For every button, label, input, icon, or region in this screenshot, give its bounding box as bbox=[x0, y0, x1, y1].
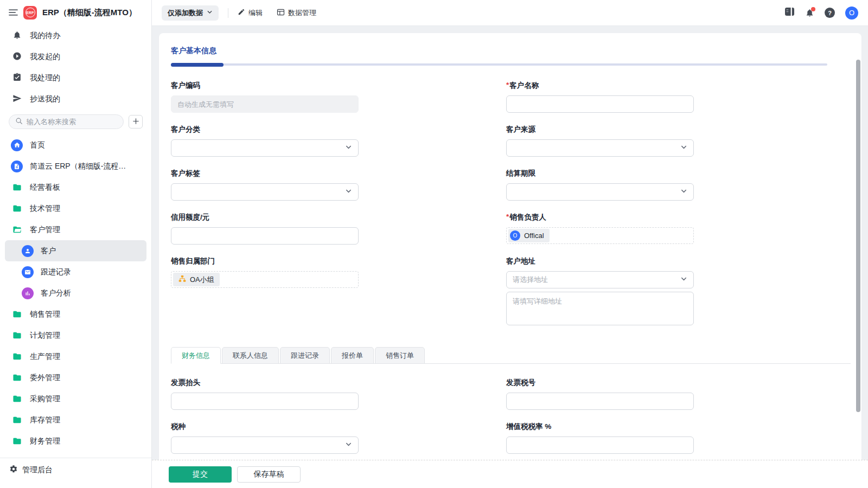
app-logo: ERP bbox=[23, 6, 37, 20]
sales-department-picker[interactable]: OA小组 bbox=[171, 271, 359, 288]
tab-quotations[interactable]: 报价单 bbox=[331, 347, 374, 364]
field-customer-address: 客户地址 请选择地址 bbox=[506, 256, 694, 325]
data-management-button[interactable]: 数据管理 bbox=[277, 8, 316, 18]
customer-tag-select[interactable] bbox=[171, 183, 359, 201]
sidebar-item-customer-analysis[interactable]: 客户分析 bbox=[0, 282, 151, 304]
sidebar-item-jdy-erp[interactable]: 简道云 ERP（精细版-流程MT... bbox=[0, 156, 151, 177]
mail-icon bbox=[22, 266, 34, 278]
chevron-down-icon bbox=[680, 144, 687, 152]
invoice-title-input[interactable] bbox=[171, 393, 359, 410]
sidebar-item-sales-mgmt[interactable]: 销售管理 bbox=[0, 304, 151, 325]
folder-icon bbox=[11, 310, 23, 319]
folder-icon bbox=[11, 331, 23, 340]
address-region-select[interactable]: 请选择地址 bbox=[506, 271, 694, 288]
vertical-scrollbar[interactable] bbox=[856, 60, 860, 412]
submit-button[interactable]: 提交 bbox=[169, 466, 232, 483]
sidebar-item-cc-to-me[interactable]: 抄送我的 bbox=[0, 88, 151, 110]
section-title: 客户基本信息 bbox=[171, 46, 851, 56]
chevron-down-icon bbox=[680, 275, 687, 284]
field-sales-owner: *销售负责人 O Offical bbox=[506, 213, 694, 245]
folder-icon bbox=[11, 183, 23, 192]
tab-followup-records[interactable]: 跟进记录 bbox=[280, 347, 330, 364]
customer-category-select[interactable] bbox=[171, 139, 359, 157]
field-credit-limit: 信用额度/元 bbox=[171, 213, 359, 245]
sidebar-item-production-mgmt[interactable]: 生产管理 bbox=[0, 346, 151, 367]
toggle-panel-icon[interactable] bbox=[784, 7, 795, 18]
folder-icon bbox=[11, 415, 23, 425]
sidebar-item-inventory-mgmt[interactable]: 库存管理 bbox=[0, 409, 151, 431]
field-invoice-tax-no: 发票税号 bbox=[506, 378, 694, 410]
sidebar-item-customer-mgmt[interactable]: 客户管理 bbox=[0, 219, 151, 240]
sidebar-item-outsourcing-mgmt[interactable]: 委外管理 bbox=[0, 367, 151, 388]
mode-dropdown-button[interactable]: 仅添加数据 bbox=[162, 5, 219, 21]
sidebar-item-customer[interactable]: 客户 bbox=[5, 240, 146, 261]
save-draft-button[interactable]: 保存草稿 bbox=[237, 466, 301, 483]
tax-type-select[interactable] bbox=[171, 436, 359, 454]
gear-icon bbox=[9, 465, 18, 475]
customer-name-input[interactable] bbox=[506, 95, 694, 113]
chevron-down-icon bbox=[345, 441, 352, 450]
chevron-down-icon bbox=[680, 188, 687, 196]
address-detail-textarea[interactable] bbox=[506, 292, 694, 325]
main-area: 仅添加数据 编辑 数据管理 ? O bbox=[152, 0, 868, 488]
invoice-tax-no-input[interactable] bbox=[506, 393, 694, 410]
folder-open-icon bbox=[11, 225, 23, 234]
tab-contact-info[interactable]: 联系人信息 bbox=[222, 347, 279, 364]
user-avatar[interactable]: O bbox=[845, 7, 858, 20]
search-input[interactable]: 输入名称来搜索 bbox=[9, 114, 124, 129]
sidebar-item-label: 我发起的 bbox=[30, 52, 60, 62]
folder-icon bbox=[11, 436, 23, 446]
field-customer-name: *客户名称 bbox=[506, 81, 694, 113]
person-icon bbox=[22, 245, 34, 257]
field-invoice-title: 发票抬头 bbox=[171, 378, 359, 410]
toolbar: 仅添加数据 编辑 数据管理 ? O bbox=[152, 0, 868, 26]
sidebar-item-my-todo[interactable]: 我的待办 bbox=[0, 25, 151, 46]
field-settlement-period: 结算期限 bbox=[506, 169, 694, 201]
personal-nav: 我的待办 我发起的 我处理的 抄送我的 bbox=[0, 25, 151, 110]
field-customer-tag: 客户标签 bbox=[171, 169, 359, 201]
finance-grid: 发票抬头 发票税号 税种 增值税 bbox=[171, 378, 851, 454]
sales-owner-picker[interactable]: O Offical bbox=[506, 227, 694, 244]
basic-info-grid: 客户编码 *客户名称 客户分类 bbox=[171, 81, 851, 325]
field-label: 客户地址 bbox=[506, 256, 694, 266]
settlement-period-select[interactable] bbox=[506, 183, 694, 201]
form-card: 客户基本信息 客户编码 *客户名称 客户分类 bbox=[159, 33, 861, 488]
notifications-bell-icon[interactable] bbox=[805, 8, 814, 17]
field-label: 信用额度/元 bbox=[171, 213, 359, 222]
tab-sales-orders[interactable]: 销售订单 bbox=[375, 347, 425, 364]
help-icon[interactable]: ? bbox=[825, 8, 835, 18]
collapse-sidebar-icon[interactable] bbox=[9, 9, 18, 16]
progress-bar-fill bbox=[171, 63, 224, 67]
sidebar-item-plan-mgmt[interactable]: 计划管理 bbox=[0, 325, 151, 346]
field-label: 发票税号 bbox=[506, 378, 694, 388]
credit-limit-input[interactable] bbox=[171, 227, 359, 245]
department-tag[interactable]: OA小组 bbox=[173, 273, 220, 286]
vat-rate-input[interactable] bbox=[506, 436, 694, 454]
tab-finance-info[interactable]: 财务信息 bbox=[171, 347, 221, 364]
sidebar-item-label: 我处理的 bbox=[30, 73, 60, 83]
edit-button[interactable]: 编辑 bbox=[238, 8, 263, 18]
sidebar-item-purchasing-mgmt[interactable]: 采购管理 bbox=[0, 388, 151, 409]
sidebar-item-followup-records[interactable]: 跟进记录 bbox=[0, 261, 151, 282]
toolbar-divider bbox=[228, 8, 228, 18]
sidebar-item-tech-mgmt[interactable]: 技术管理 bbox=[0, 198, 151, 219]
customer-source-select[interactable] bbox=[506, 139, 694, 157]
admin-backend-label: 管理后台 bbox=[22, 465, 53, 475]
chevron-down-icon bbox=[345, 144, 352, 152]
admin-backend-button[interactable]: 管理后台 bbox=[0, 458, 151, 488]
field-label: 客户标签 bbox=[171, 169, 359, 178]
add-app-button[interactable] bbox=[129, 115, 143, 129]
field-label: 结算期限 bbox=[506, 169, 694, 178]
sidebar-item-my-initiated[interactable]: 我发起的 bbox=[0, 46, 151, 67]
sidebar-item-homepage[interactable]: 首页 bbox=[0, 134, 151, 156]
field-customer-code: 客户编码 bbox=[171, 81, 359, 113]
sidebar-item-business-board[interactable]: 经营看板 bbox=[0, 177, 151, 198]
detail-tabs: 财务信息 联系人信息 跟进记录 报价单 销售订单 bbox=[171, 347, 851, 364]
member-tag[interactable]: O Offical bbox=[508, 229, 550, 242]
folder-icon bbox=[11, 394, 23, 403]
field-customer-category: 客户分类 bbox=[171, 125, 359, 157]
bar-chart-icon bbox=[22, 287, 34, 299]
sidebar-item-my-processed[interactable]: 我处理的 bbox=[0, 67, 151, 88]
sidebar-item-finance-mgmt[interactable]: 财务管理 bbox=[0, 431, 151, 452]
document-icon bbox=[11, 160, 23, 172]
